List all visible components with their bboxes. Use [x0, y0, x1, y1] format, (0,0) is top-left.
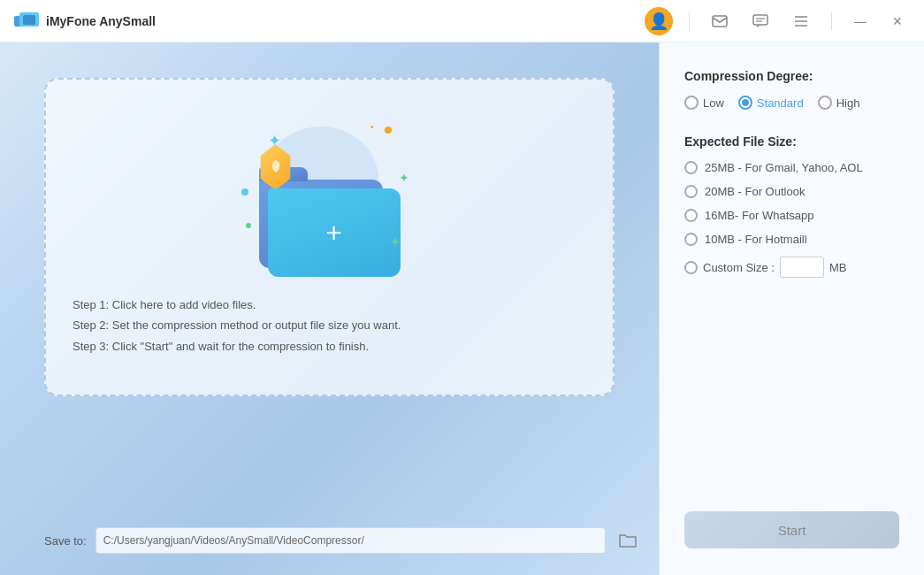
- folder-illustration: + ✦ ✦ ✦ •: [241, 118, 418, 277]
- radio-16mb-circle: [684, 209, 698, 222]
- avatar-button[interactable]: 👤: [645, 7, 673, 35]
- compression-title: Compression Degree:: [684, 69, 899, 83]
- step-2-text: Step 2: Set the compression method or ou…: [73, 315, 595, 335]
- custom-size-input[interactable]: [780, 257, 824, 278]
- radio-25mb-label: 25MB - For Gmail, Yahoo, AOL: [705, 161, 863, 174]
- save-to-label: Save to:: [44, 534, 87, 548]
- compression-low-circle: [684, 96, 699, 110]
- sparkle-2: ✦: [399, 171, 409, 185]
- step-1-text: Step 1: Click here to add video files.: [73, 295, 595, 315]
- radio-10mb-label: 10MB - For Hotmaill: [705, 233, 807, 246]
- file-size-16mb[interactable]: 16MB- For Whatsapp: [684, 209, 899, 222]
- titlebar: iMyFone AnySmall 👤 —: [0, 0, 924, 42]
- app-logo: iMyFone AnySmall: [14, 12, 156, 30]
- file-size-25mb[interactable]: 25MB - For Gmail, Yahoo, AOL: [684, 161, 899, 174]
- save-path-input[interactable]: [95, 527, 606, 554]
- file-size-section: Expected File Size: 25MB - For Gmail, Ya…: [684, 134, 899, 288]
- svg-rect-4: [753, 15, 767, 25]
- file-size-custom[interactable]: Custom Size : MB: [684, 257, 899, 278]
- sparkle-4: •: [370, 122, 374, 132]
- dot-blue: [241, 188, 248, 196]
- start-button[interactable]: Start: [684, 511, 899, 548]
- compression-section: Compression Degree: Low Standard High: [684, 69, 899, 134]
- file-size-10mb[interactable]: 10MB - For Hotmaill: [684, 233, 899, 246]
- browse-folder-button[interactable]: [615, 527, 641, 554]
- compression-high[interactable]: High: [818, 96, 860, 110]
- compression-low[interactable]: Low: [684, 96, 724, 110]
- file-size-20mb[interactable]: 20MB - For Outlook: [684, 185, 899, 198]
- step-3-text: Step 3: Click "Start" and wait for the c…: [73, 336, 595, 356]
- compression-high-circle: [818, 96, 832, 110]
- steps-text: Step 1: Click here to add video files. S…: [64, 295, 595, 356]
- compression-standard-circle: [738, 96, 752, 110]
- svg-rect-2: [23, 15, 35, 25]
- compression-standard-label: Standard: [757, 96, 804, 110]
- menu-icon: [793, 15, 809, 27]
- folder-front: +: [268, 188, 401, 277]
- right-panel: Compression Degree: Low Standard High: [659, 42, 924, 575]
- menu-button[interactable]: [787, 7, 815, 35]
- titlebar-divider2: [831, 12, 832, 30]
- left-panel: + ✦ ✦ ✦ • Step 1: Click here to add vide…: [0, 42, 659, 575]
- titlebar-divider: [689, 12, 690, 30]
- chat-icon: [752, 14, 768, 28]
- sparkle-1: ✦: [268, 131, 281, 150]
- svg-rect-3: [713, 16, 727, 27]
- radio-custom-circle: [684, 261, 698, 274]
- radio-20mb-circle: [684, 185, 698, 198]
- dot-yellow: [385, 126, 392, 134]
- close-button[interactable]: ✕: [885, 9, 910, 34]
- app-logo-icon: [14, 12, 39, 30]
- radio-25mb-circle: [684, 161, 698, 174]
- radio-custom-label: Custom Size :: [703, 261, 775, 274]
- dot-green: [246, 223, 251, 228]
- compression-low-label: Low: [703, 96, 724, 110]
- plus-icon: +: [325, 218, 342, 247]
- radio-10mb-circle: [684, 233, 698, 246]
- mb-label: MB: [829, 261, 847, 274]
- compression-high-label: High: [836, 96, 860, 110]
- mail-icon: [712, 15, 728, 27]
- chat-button[interactable]: [746, 7, 775, 35]
- compression-standard[interactable]: Standard: [738, 96, 804, 110]
- file-size-title: Expected File Size:: [684, 134, 899, 149]
- drop-area[interactable]: + ✦ ✦ ✦ • Step 1: Click here to add vide…: [44, 78, 615, 396]
- shield-icon: [267, 158, 285, 176]
- mail-button[interactable]: [706, 7, 734, 35]
- minimize-button[interactable]: —: [848, 9, 873, 34]
- radio-20mb-label: 20MB - For Outlook: [705, 185, 805, 198]
- main-layout: + ✦ ✦ ✦ • Step 1: Click here to add vide…: [0, 42, 924, 575]
- app-title: iMyFone AnySmall: [46, 14, 156, 28]
- sparkle-3: ✦: [389, 234, 401, 250]
- titlebar-controls: 👤 — ✕: [645, 7, 910, 35]
- save-bar: Save to:: [44, 527, 641, 554]
- compression-radio-group: Low Standard High: [684, 96, 899, 110]
- folder-browse-icon: [618, 532, 638, 549]
- radio-16mb-label: 16MB- For Whatsapp: [705, 209, 814, 222]
